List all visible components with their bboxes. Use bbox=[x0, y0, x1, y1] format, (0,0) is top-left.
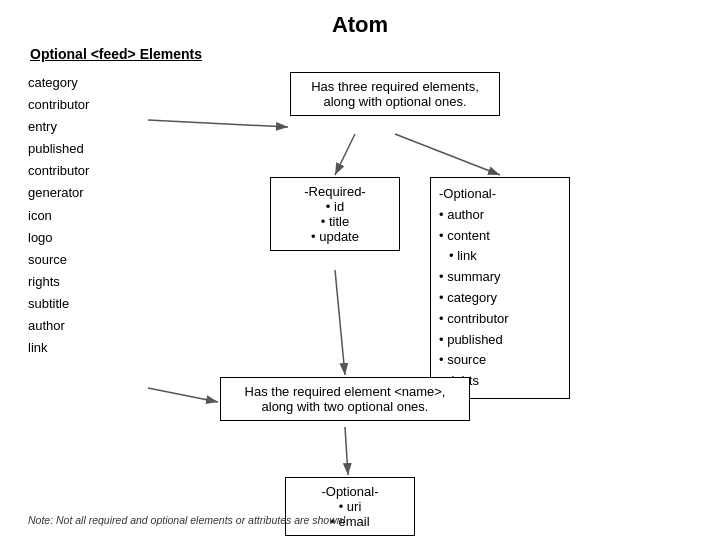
required-id: • id bbox=[279, 199, 391, 214]
svg-line-6 bbox=[148, 388, 218, 402]
list-item: entry bbox=[28, 116, 89, 138]
svg-line-5 bbox=[335, 270, 345, 375]
list-item: contributor bbox=[28, 160, 89, 182]
svg-line-3 bbox=[335, 134, 355, 175]
box-optional-right: -Optional- • author • content • link • s… bbox=[430, 177, 570, 399]
opt-category: • category bbox=[439, 288, 561, 309]
opt-source: • source bbox=[439, 350, 561, 371]
list-item: generator bbox=[28, 182, 89, 204]
list-item: published bbox=[28, 138, 89, 160]
svg-line-2 bbox=[148, 120, 288, 127]
required-update: • update bbox=[279, 229, 391, 244]
box-required: -Required- • id • title • update bbox=[270, 177, 400, 251]
required-label: -Required- bbox=[279, 184, 391, 199]
list-item: logo bbox=[28, 227, 89, 249]
list-item: link bbox=[28, 337, 89, 359]
opt-content: • content bbox=[439, 226, 561, 247]
opt-link: • link bbox=[439, 246, 561, 267]
svg-line-7 bbox=[345, 427, 348, 475]
box-entry: Has the required element <name>, along w… bbox=[220, 377, 470, 421]
list-item: category bbox=[28, 72, 89, 94]
list-item: rights bbox=[28, 271, 89, 293]
optional-right-label: -Optional- bbox=[439, 184, 561, 205]
list-item: subtitle bbox=[28, 293, 89, 315]
page-title: Atom bbox=[0, 0, 720, 38]
svg-line-4 bbox=[395, 134, 500, 175]
box-optional-bottom: -Optional- • uri • email bbox=[285, 477, 415, 536]
optional-heading: Optional <feed> Elements bbox=[30, 46, 720, 62]
list-item: source bbox=[28, 249, 89, 271]
note: Note: Not all required and optional elem… bbox=[28, 514, 346, 526]
opt-published: • published bbox=[439, 330, 561, 351]
opt-author: • author bbox=[439, 205, 561, 226]
opt-bottom-label: -Optional- bbox=[294, 484, 406, 499]
list-item: icon bbox=[28, 205, 89, 227]
list-item: contributor bbox=[28, 94, 89, 116]
left-list: category contributor entry published con… bbox=[28, 72, 89, 359]
box-top: Has three required elements, along with … bbox=[290, 72, 500, 116]
opt-uri: • uri bbox=[294, 499, 406, 514]
opt-summary: • summary bbox=[439, 267, 561, 288]
opt-contributor: • contributor bbox=[439, 309, 561, 330]
list-item: author bbox=[28, 315, 89, 337]
required-title: • title bbox=[279, 214, 391, 229]
